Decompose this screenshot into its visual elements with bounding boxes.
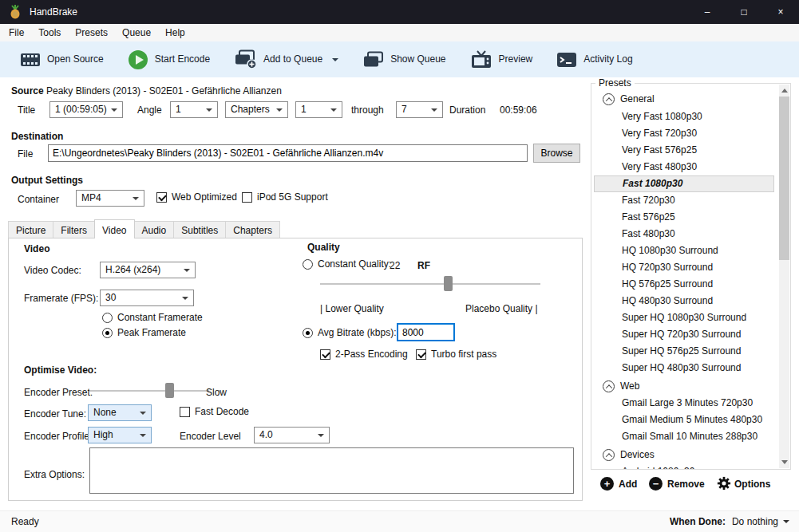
preset-item[interactable]: Fast 576p25 [594,209,774,226]
constant-framerate-radio[interactable]: Constant Framerate [102,312,203,323]
tab-video[interactable]: Video [94,219,134,238]
start-encode-button[interactable]: Start Encode [116,41,222,77]
preset-item[interactable]: Super HQ 720p30 Surround [594,326,774,343]
encoder-preset-slider[interactable] [89,383,209,398]
checkbox-unchecked-icon [180,407,190,417]
slider-thumb[interactable] [444,276,453,291]
maximize-button[interactable]: □ [726,0,762,24]
tab-audio[interactable]: Audio [134,221,175,238]
preset-item[interactable]: HQ 480p30 Surround [594,293,774,309]
preset-item[interactable]: Super HQ 1080p30 Surround [594,309,774,326]
encoder-profile-select[interactable]: High [88,427,152,443]
turbo-first-pass-checkbox[interactable]: Turbo first pass [416,349,496,360]
preset-item-selected[interactable]: Fast 1080p30 [594,175,774,192]
checkbox-checked-icon [156,192,167,203]
range-type-select[interactable]: Chapters [225,101,288,118]
lower-quality-label: | Lower Quality [320,303,384,314]
preset-item[interactable]: Very Fast 480p30 [594,159,774,175]
remove-preset-button[interactable]: Remove [667,479,705,490]
scroll-up-icon[interactable] [781,89,788,93]
add-preset-button[interactable]: Add [619,479,637,490]
scroll-down-icon[interactable] [781,460,788,464]
duration-value: 00:59:06 [500,104,537,116]
menu-tools[interactable]: Tools [31,24,68,41]
options-button[interactable]: Options [734,479,770,490]
video-codec-select[interactable]: H.264 (x264) [100,262,196,278]
close-button[interactable]: × [762,0,799,24]
radio-unselected-icon [303,259,313,270]
chevron-down-icon [184,269,190,272]
preset-item[interactable]: HQ 1080p30 Surround [594,242,774,259]
encoder-level-select[interactable]: 4.0 [254,427,330,443]
peak-framerate-radio[interactable]: Peak Framerate [102,327,186,338]
menu-queue[interactable]: Queue [115,24,158,41]
container-select[interactable]: MP4 [76,190,144,207]
tab-picture[interactable]: Picture [8,221,53,238]
ipod-support-checkbox[interactable]: iPod 5G Support [242,191,328,203]
constant-quality-radio[interactable]: Constant Quality: [303,258,391,270]
slider-track [89,390,209,392]
tab-filters[interactable]: Filters [53,221,95,238]
minimize-button[interactable]: – [689,0,726,24]
preset-item[interactable]: Android 1080p30 [594,463,774,470]
preset-item[interactable]: Very Fast 720p30 [594,125,774,142]
two-pass-checkbox[interactable]: 2-Pass Encoding [320,349,408,360]
source-title-text: Peaky Blinders (2013) - S02E01 - Gefährl… [46,85,282,97]
range-end-select[interactable]: 7 [396,101,443,118]
open-source-button[interactable]: Open Source [8,41,116,77]
status-text: Ready [11,516,39,527]
range-start-select[interactable]: 1 [295,101,342,118]
show-queue-button[interactable]: Show Queue [350,41,457,77]
preset-item[interactable]: Fast 720p30 [594,192,774,209]
title-bar: HandBrake – □ × [0,0,799,24]
preset-item[interactable]: Very Fast 1080p30 [594,108,774,125]
fast-decode-checkbox[interactable]: Fast Decode [180,406,249,417]
toolbar: Open Source Start Encode Add to Queue [0,41,799,77]
preset-item[interactable]: Fast 480p30 [594,226,774,242]
gear-icon[interactable] [717,476,731,491]
menu-help[interactable]: Help [158,24,192,41]
add-to-queue-button[interactable]: Add to Queue [222,41,350,77]
extra-options-input[interactable] [89,447,574,494]
chevron-down-icon [133,197,139,200]
preset-group-general[interactable]: General [593,91,770,108]
slider-thumb[interactable] [165,383,174,398]
avg-bitrate-radio[interactable]: Avg Bitrate (kbps): [303,327,396,338]
chevron-down-icon[interactable] [332,58,338,61]
preset-group-web[interactable]: Web [593,378,770,395]
tab-chapters[interactable]: Chapters [225,221,280,238]
preview-button[interactable]: Preview [458,41,545,77]
menu-presets[interactable]: Presets [68,24,115,41]
destination-file-input[interactable] [48,144,528,162]
title-select[interactable]: 1 (00:59:05) [49,101,123,118]
framerate-select[interactable]: 30 [100,290,194,306]
radio-selected-icon [303,328,313,338]
preset-item[interactable]: HQ 576p25 Surround [594,276,774,293]
activity-log-button[interactable]: Activity Log [544,41,644,77]
web-optimized-checkbox[interactable]: Web Optimized [156,191,237,203]
angle-select[interactable]: 1 [170,101,218,118]
preset-group-devices[interactable]: Devices [593,447,770,463]
preset-item[interactable]: Super HQ 576p25 Surround [594,343,774,360]
preset-item[interactable]: Gmail Small 10 Minutes 288p30 [594,428,774,445]
browse-button[interactable]: Browse [533,144,580,163]
presets-scrollbar[interactable] [779,85,789,468]
preset-item[interactable]: Super HQ 480p30 Surround [594,360,774,376]
encoder-tune-select[interactable]: None [88,404,152,421]
preset-item[interactable]: Gmail Medium 5 Minutes 480p30 [594,412,774,428]
container-label: Container [18,194,59,205]
menu-file[interactable]: File [2,24,31,41]
preset-item[interactable]: HQ 720p30 Surround [594,259,774,276]
chevron-down-icon [206,108,212,112]
add-preset-icon[interactable]: + [600,477,614,491]
quality-slider[interactable] [320,276,540,291]
remove-preset-icon[interactable]: − [649,477,663,491]
when-done-select[interactable]: Do nothing [732,516,789,527]
angle-label: Angle [137,104,162,116]
chevron-down-icon [140,412,146,415]
preset-item[interactable]: Very Fast 576p25 [594,142,774,159]
tab-subtitles[interactable]: Subtitles [173,221,226,238]
avg-bitrate-input[interactable] [397,323,455,341]
preset-item[interactable]: Gmail Large 3 Minutes 720p30 [594,395,774,412]
scrollbar-thumb[interactable] [779,97,789,260]
